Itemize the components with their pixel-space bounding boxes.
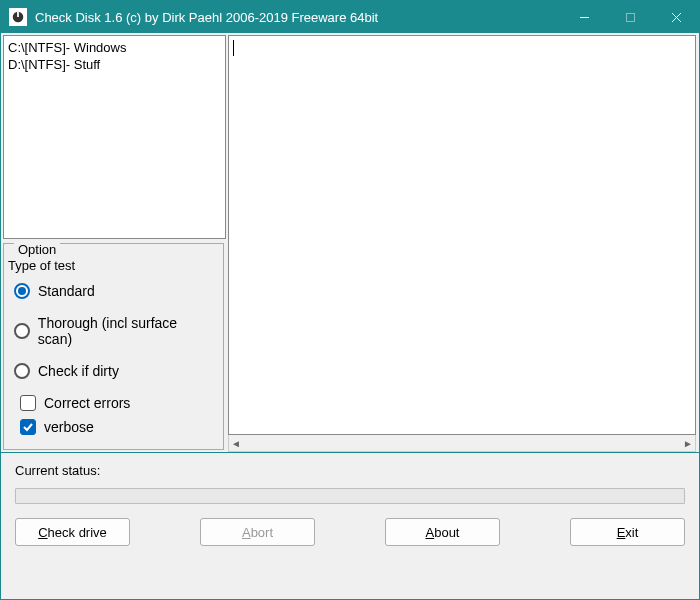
drive-item[interactable]: D:\[NTFS]- Stuff [8,56,221,73]
status-label: Current status: [15,463,685,478]
option-panel-title: Option [14,242,60,257]
checkbox-label: Correct errors [44,395,130,411]
window-controls [561,1,699,33]
status-area: Current status: Check drive Abort About … [1,453,699,558]
maximize-button[interactable] [607,1,653,33]
horizontal-scrollbar[interactable]: ◄ ► [228,435,696,452]
checkbox-icon [20,395,36,411]
scroll-left-icon[interactable]: ◄ [231,438,241,449]
radio-icon [14,363,30,379]
output-column: ◄ ► [228,35,696,452]
about-button[interactable]: About [385,518,500,546]
svg-rect-3 [626,13,634,21]
main-row: C:\[NTFS]- Windows D:\[NTFS]- Stuff Opti… [1,33,699,453]
left-column: C:\[NTFS]- Windows D:\[NTFS]- Stuff Opti… [1,33,226,452]
abort-button[interactable]: Abort [200,518,315,546]
checkbox-label: verbose [44,419,94,435]
drive-list[interactable]: C:\[NTFS]- Windows D:\[NTFS]- Stuff [3,35,226,239]
radio-label: Standard [38,283,95,299]
radio-label: Check if dirty [38,363,119,379]
drive-item[interactable]: C:\[NTFS]- Windows [8,39,221,56]
type-of-test-label: Type of test [8,258,213,273]
output-textarea[interactable] [228,35,696,435]
checkbox-verbose[interactable]: verbose [20,419,213,435]
svg-rect-1 [17,12,19,17]
close-button[interactable] [653,1,699,33]
minimize-button[interactable] [561,1,607,33]
radio-standard[interactable]: Standard [14,283,213,299]
app-icon [9,8,27,26]
scroll-right-icon[interactable]: ► [683,438,693,449]
progress-bar [15,488,685,504]
check-drive-button[interactable]: Check drive [15,518,130,546]
radio-icon [14,283,30,299]
app-window: Check Disk 1.6 (c) by Dirk Paehl 2006-20… [0,0,700,600]
exit-button[interactable]: Exit [570,518,685,546]
titlebar: Check Disk 1.6 (c) by Dirk Paehl 2006-20… [1,1,699,33]
window-title: Check Disk 1.6 (c) by Dirk Paehl 2006-20… [35,10,561,25]
checkbox-icon [20,419,36,435]
radio-label: Thorough (incl surface scan) [38,315,213,347]
checkbox-correct-errors[interactable]: Correct errors [20,395,213,411]
radio-icon [14,323,30,339]
text-caret [233,40,234,56]
button-row: Check drive Abort About Exit [15,518,685,546]
radio-check-if-dirty[interactable]: Check if dirty [14,363,213,379]
option-panel: Option Type of test Standard Thorough (i… [3,243,224,450]
radio-thorough[interactable]: Thorough (incl surface scan) [14,315,213,347]
